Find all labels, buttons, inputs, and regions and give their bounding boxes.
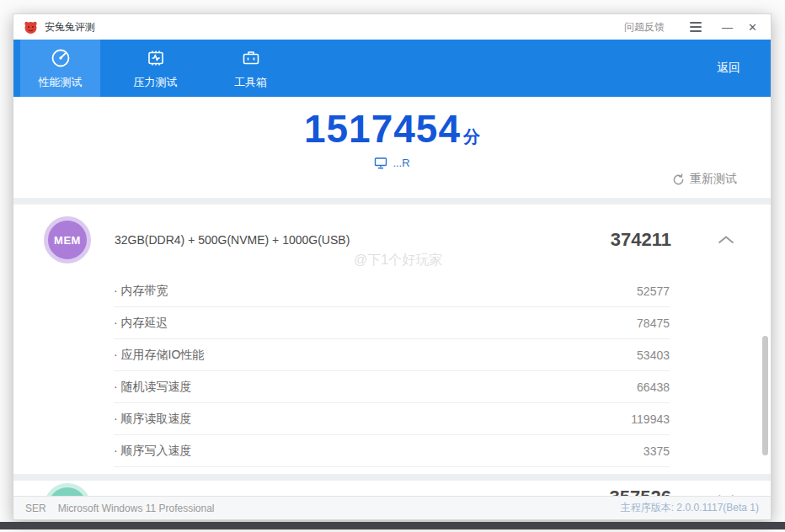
subscore-value: 53403 xyxy=(637,348,670,362)
list-item: 内存带宽 52577 xyxy=(114,275,670,307)
mem-badge: MEM xyxy=(44,216,91,263)
retest-button[interactable]: 重新测试 xyxy=(672,172,737,187)
subscore-label: 随机读写速度 xyxy=(114,380,192,395)
status-os: Microsoft Windows 11 Professional xyxy=(58,503,215,514)
gauge-icon xyxy=(50,47,72,69)
app-title: 安兔兔评测 xyxy=(45,20,95,35)
list-item: 应用存储IO性能 53403 xyxy=(114,339,670,371)
results-scroll-area: 1517454分 ...R 重新测试 MEM 32GB(DDR4) + xyxy=(13,97,771,497)
tab-label: 压力测试 xyxy=(134,75,178,90)
tab-stress-test[interactable]: 压力测试 xyxy=(115,40,195,97)
device-name: ...R xyxy=(392,157,409,169)
back-button[interactable]: 返回 xyxy=(717,40,740,97)
tab-label: 工具箱 xyxy=(234,75,267,90)
mem-description: 32GB(DDR4) + 500G(NVME) + 1000G(USB) xyxy=(115,233,350,247)
status-bar: SER Microsoft Windows 11 Professional 主程… xyxy=(13,496,771,519)
total-score-unit: 分 xyxy=(463,127,480,146)
mem-subscore-list: 内存带宽 52577 内存延迟 78475 应用存储IO性能 53403 随机读… xyxy=(114,275,670,467)
app-logo-icon xyxy=(24,20,38,35)
subscore-value: 52577 xyxy=(637,285,670,298)
status-version: 主程序版本: 2.0.0.1117(Beta 1) xyxy=(621,501,759,515)
subscore-label: 应用存储IO性能 xyxy=(114,348,204,363)
taskbar-strip xyxy=(0,522,785,529)
mem-score: 374211 xyxy=(611,229,671,251)
subscore-value: 66438 xyxy=(637,380,670,394)
status-device: SER xyxy=(25,503,46,514)
tab-label: 性能测试 xyxy=(39,75,83,90)
titlebar: 安兔兔评测 问题反馈 — ✕ xyxy=(13,14,771,40)
retest-label: 重新测试 xyxy=(690,172,737,187)
subscore-value: 3375 xyxy=(643,444,670,458)
subscore-label: 顺序读取速度 xyxy=(114,412,192,427)
subscore-label: 内存带宽 xyxy=(114,284,168,299)
section-divider xyxy=(13,474,771,481)
device-line: ...R xyxy=(13,157,771,169)
list-item: 顺序写入速度 3375 xyxy=(114,435,670,467)
total-score-value: 1517454 xyxy=(304,107,461,151)
ux-section-header[interactable]: UX 357526 xyxy=(13,481,771,497)
list-item: 随机读写速度 66438 xyxy=(114,371,670,403)
close-button[interactable]: ✕ xyxy=(746,19,759,35)
section-divider xyxy=(13,198,771,205)
mem-section-header[interactable]: MEM 32GB(DDR4) + 500G(NVME) + 1000G(USB)… xyxy=(13,205,771,275)
total-score-card: 1517454分 ...R 重新测试 xyxy=(13,97,771,198)
feedback-link[interactable]: 问题反馈 xyxy=(624,20,665,35)
subscore-label: 内存延迟 xyxy=(114,316,168,331)
subscore-label: 顺序写入速度 xyxy=(114,444,192,459)
list-item: 顺序读取速度 119943 xyxy=(114,403,670,435)
collapse-chevron-up-icon[interactable] xyxy=(717,235,735,245)
main-nav: 性能测试 压力测试 工具箱 返回 xyxy=(13,40,771,97)
tab-performance-test[interactable]: 性能测试 xyxy=(20,40,100,97)
tab-toolbox[interactable]: 工具箱 xyxy=(211,40,291,97)
minimize-button[interactable]: — xyxy=(720,19,734,35)
subscore-value: 78475 xyxy=(637,317,670,330)
app-window: 安兔兔评测 问题反馈 — ✕ 性能测试 压力测试 xyxy=(13,13,772,520)
refresh-icon xyxy=(672,173,685,186)
vertical-scrollbar-thumb[interactable] xyxy=(762,336,768,455)
monitor-icon xyxy=(374,157,387,169)
subscore-value: 119943 xyxy=(631,412,670,426)
toolbox-icon xyxy=(240,47,262,69)
list-item: 内存延迟 78475 xyxy=(114,307,670,339)
chip-icon xyxy=(145,47,167,69)
total-score: 1517454分 xyxy=(13,97,771,149)
menu-icon[interactable] xyxy=(686,19,705,35)
